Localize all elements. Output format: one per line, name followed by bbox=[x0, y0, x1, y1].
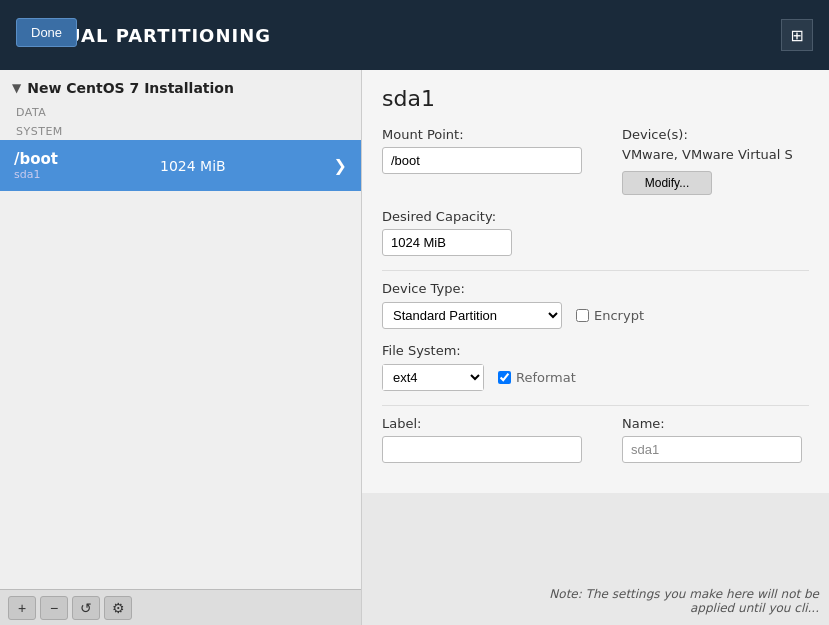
capacity-row: Desired Capacity: bbox=[382, 209, 809, 256]
partition-title: sda1 bbox=[382, 86, 809, 111]
mount-point-input[interactable] bbox=[382, 147, 582, 174]
right-panel: sda1 Mount Point: Device(s): VMware, VMw… bbox=[362, 70, 829, 493]
encrypt-label-text: Encrypt bbox=[594, 308, 644, 323]
left-panel: ▼ New CentOS 7 Installation DATA SYSTEM … bbox=[0, 70, 362, 625]
desired-capacity-input[interactable] bbox=[382, 229, 512, 256]
partition-arrow-icon: ❯ bbox=[334, 156, 347, 175]
label-name-row: Label: Name: bbox=[382, 416, 809, 463]
file-system-label: File System: bbox=[382, 343, 461, 358]
encrypt-checkbox-label: Encrypt bbox=[576, 308, 644, 323]
partition-size: 1024 MiB bbox=[160, 158, 226, 174]
section-system-label: SYSTEM bbox=[0, 121, 361, 140]
tree-collapse-arrow[interactable]: ▼ bbox=[12, 81, 21, 95]
label-field-label: Label: bbox=[382, 416, 582, 431]
modify-button[interactable]: Modify... bbox=[622, 171, 712, 195]
partition-item-boot[interactable]: /boot sda1 1024 MiB ❯ bbox=[0, 140, 361, 191]
note-text: Note: The settings you make here will no… bbox=[519, 587, 819, 615]
grid-icon: ⊞ bbox=[790, 26, 803, 45]
desired-capacity-label: Desired Capacity: bbox=[382, 209, 512, 224]
section-data-label: DATA bbox=[0, 102, 361, 121]
bottom-toolbar: + − ↺ ⚙ bbox=[0, 589, 361, 625]
encrypt-checkbox[interactable] bbox=[576, 309, 589, 322]
label-input[interactable] bbox=[382, 436, 582, 463]
done-button[interactable]: Done bbox=[16, 18, 77, 47]
file-system-select[interactable]: ext4 ext3 ext2 xfs vfat swap bbox=[383, 365, 483, 390]
reformat-label-text: Reformat bbox=[516, 370, 576, 385]
divider-2 bbox=[382, 405, 809, 406]
fs-select-wrapper: ext4 ext3 ext2 xfs vfat swap bbox=[382, 364, 484, 391]
devices-group: Device(s): VMware, VMware Virtual S Modi… bbox=[622, 127, 793, 195]
desired-capacity-group: Desired Capacity: bbox=[382, 209, 512, 256]
devices-value: VMware, VMware Virtual S bbox=[622, 147, 793, 162]
reformat-checkbox[interactable] bbox=[498, 371, 511, 384]
devices-label: Device(s): bbox=[622, 127, 793, 142]
partition-sub: sda1 bbox=[14, 168, 58, 181]
name-group: Name: bbox=[622, 416, 802, 463]
installation-label: New CentOS 7 Installation bbox=[27, 80, 234, 96]
remove-partition-button[interactable]: − bbox=[40, 596, 68, 620]
mount-point-group: Mount Point: bbox=[382, 127, 582, 195]
file-system-row: ext4 ext3 ext2 xfs vfat swap Reformat bbox=[382, 364, 809, 391]
add-partition-button[interactable]: + bbox=[8, 596, 36, 620]
device-type-row: Standard Partition LVM LVM Thin Provisio… bbox=[382, 302, 809, 329]
mount-point-label: Mount Point: bbox=[382, 127, 582, 142]
partition-name: /boot bbox=[14, 150, 58, 168]
name-input[interactable] bbox=[622, 436, 802, 463]
divider-1 bbox=[382, 270, 809, 271]
partition-info: /boot sda1 bbox=[14, 150, 58, 181]
left-spacer bbox=[0, 191, 361, 589]
name-field-label: Name: bbox=[622, 416, 802, 431]
device-type-label: Device Type: bbox=[382, 281, 465, 296]
grid-icon-button[interactable]: ⊞ bbox=[781, 19, 813, 51]
device-type-select[interactable]: Standard Partition LVM LVM Thin Provisio… bbox=[382, 302, 562, 329]
main-layout: ▼ New CentOS 7 Installation DATA SYSTEM … bbox=[0, 70, 829, 625]
config-button[interactable]: ⚙ bbox=[104, 596, 132, 620]
mount-device-row: Mount Point: Device(s): VMware, VMware V… bbox=[382, 127, 809, 195]
label-group: Label: bbox=[382, 416, 582, 463]
header: Done MANUAL PARTITIONING ⊞ bbox=[0, 0, 829, 70]
reformat-checkbox-label: Reformat bbox=[498, 370, 576, 385]
refresh-button[interactable]: ↺ bbox=[72, 596, 100, 620]
right-panel-wrapper: sda1 Mount Point: Device(s): VMware, VMw… bbox=[362, 70, 829, 625]
tree-header: ▼ New CentOS 7 Installation bbox=[0, 70, 361, 102]
